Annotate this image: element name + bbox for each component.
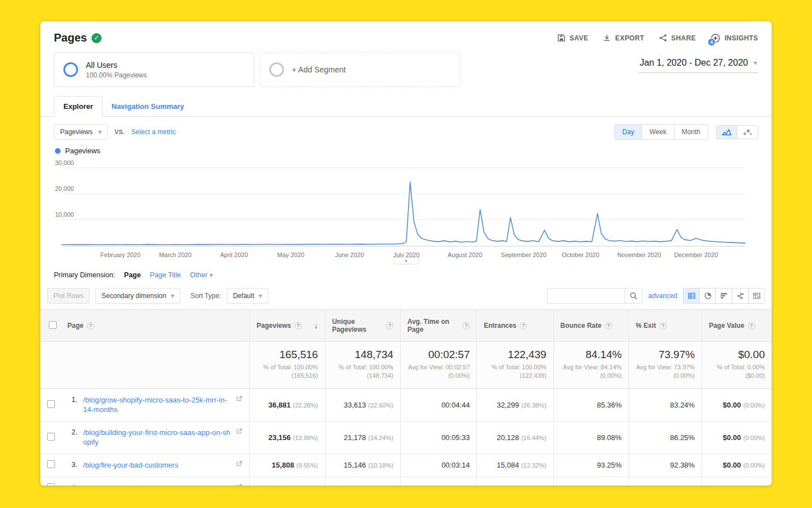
row-checkbox[interactable] bbox=[47, 460, 55, 468]
avg-time-cell: 00:03:14 bbox=[400, 454, 476, 477]
column-header-entrances[interactable]: Entrances? bbox=[477, 310, 553, 342]
row-index: 4. bbox=[67, 483, 77, 486]
table-summary-row: 165,516 % of Total: 100.00% (165,516) 14… bbox=[40, 342, 772, 389]
dimension-page-title[interactable]: Page Title bbox=[150, 271, 181, 279]
svg-text:10,000: 10,000 bbox=[55, 211, 74, 218]
column-header-exit[interactable]: % Exit? bbox=[629, 310, 701, 342]
metric-selector-dropdown[interactable]: Pageviews ▾ bbox=[54, 124, 108, 140]
chevron-down-icon: ▾ bbox=[171, 292, 174, 300]
dimension-page[interactable]: Page bbox=[124, 271, 141, 279]
table-search bbox=[547, 288, 643, 304]
row-index: 3. bbox=[67, 460, 77, 469]
add-segment-button[interactable]: + Add Segment bbox=[260, 52, 460, 87]
svg-text:November 2020: November 2020 bbox=[617, 251, 661, 258]
page-cell: 1. /blog/grow-shopify-micro-saas-to-25k-… bbox=[61, 388, 250, 421]
help-icon[interactable]: ? bbox=[659, 322, 667, 329]
page-link[interactable]: /blog/building-your-first-micro-saas-app… bbox=[83, 428, 231, 447]
save-icon bbox=[557, 34, 566, 42]
external-link-icon[interactable] bbox=[236, 428, 242, 434]
pages-table: Page? Pageviews?↓ Unique Pageviews? Avg.… bbox=[40, 309, 772, 486]
line-chart-view-button[interactable] bbox=[716, 125, 737, 139]
secondary-dimension-dropdown[interactable]: Secondary dimension ▾ bbox=[95, 288, 180, 304]
help-icon[interactable]: ? bbox=[748, 322, 755, 329]
bar-chart-icon bbox=[720, 292, 728, 300]
download-icon bbox=[603, 34, 611, 42]
help-icon[interactable]: ? bbox=[520, 322, 527, 329]
segment-all-users[interactable]: All Users 100.00% Pageviews bbox=[54, 52, 254, 87]
search-input[interactable] bbox=[547, 288, 625, 304]
table-row: 2. /blog/building-your-first-micro-saas-… bbox=[40, 421, 772, 454]
external-link-icon[interactable] bbox=[236, 396, 242, 402]
summary-exit: 73.97% Avg for View: 73.97% (0.00%) bbox=[629, 342, 701, 389]
motion-chart-view-button[interactable] bbox=[737, 125, 758, 139]
view-percentage-button[interactable] bbox=[699, 288, 716, 304]
granularity-day-button[interactable]: Day bbox=[614, 124, 642, 140]
page-link[interactable]: /blog/fire-your-bad-customers bbox=[83, 460, 231, 470]
row-checkbox[interactable] bbox=[47, 483, 55, 486]
granularity-month-button[interactable]: Month bbox=[674, 124, 708, 140]
select-all-checkbox[interactable] bbox=[49, 321, 57, 329]
table-view-toggles bbox=[683, 288, 765, 304]
comparison-view-icon bbox=[736, 292, 745, 300]
export-button[interactable]: EXPORT bbox=[603, 34, 644, 42]
select-metric-link[interactable]: Select a metric bbox=[131, 128, 176, 136]
external-link-icon[interactable] bbox=[236, 461, 242, 467]
help-icon[interactable]: ? bbox=[605, 322, 612, 329]
bounce-rate-cell: 85.36% bbox=[553, 388, 629, 421]
dimension-other[interactable]: Other ▾ bbox=[190, 271, 213, 279]
insights-button[interactable]: 4 INSIGHTS bbox=[710, 33, 758, 43]
date-range-text: Jan 1, 2020 - Dec 27, 2020 bbox=[640, 58, 748, 68]
view-performance-button[interactable] bbox=[715, 288, 732, 304]
external-link-icon[interactable] bbox=[236, 484, 242, 486]
column-header-page-value[interactable]: Page Value? bbox=[702, 310, 772, 342]
column-header-bounce-rate[interactable]: Bounce Rate? bbox=[553, 310, 629, 342]
row-checkbox[interactable] bbox=[47, 433, 55, 441]
pageviews-cell: 15,384(9.29%) bbox=[250, 477, 325, 486]
page-title: Pages bbox=[54, 31, 87, 44]
page-value-cell: $0.00(0.00%) bbox=[702, 421, 772, 454]
plot-rows-button[interactable]: Plot Rows bbox=[47, 288, 90, 304]
svg-text:September 2020: September 2020 bbox=[501, 251, 547, 258]
entrances-cell: 15,084(12.32%) bbox=[477, 454, 553, 477]
page-link[interactable]: /blog/grow-shopify-micro-saas-to-25k-mrr… bbox=[83, 395, 231, 415]
page-link[interactable]: /blog/why-you-should-write bbox=[83, 483, 231, 486]
chart-collapse-handle[interactable]: ▾ bbox=[393, 257, 419, 264]
unique-pageviews-cell: 14,463(9.72%) bbox=[325, 477, 400, 486]
avg-time-cell: 00:04:44 bbox=[400, 388, 476, 421]
help-icon[interactable]: ? bbox=[462, 322, 470, 329]
exit-cell: 86.25% bbox=[629, 421, 701, 454]
motion-chart-icon bbox=[742, 129, 753, 136]
summary-avg-time: 00:02:57 Avg for View: 00:02:57 (0.00%) bbox=[400, 342, 476, 389]
pageviews-cell: 36,881(22.28%) bbox=[250, 388, 325, 421]
bounce-rate-cell: 93.25% bbox=[553, 454, 629, 477]
view-pivot-button[interactable] bbox=[748, 288, 765, 304]
report-tabs: Explorer Navigation Summary bbox=[40, 87, 772, 117]
sort-desc-icon[interactable]: ↓ bbox=[314, 321, 318, 330]
view-comparison-button[interactable] bbox=[732, 288, 749, 304]
page-cell: 3. /blog/fire-your-bad-customers bbox=[61, 454, 250, 477]
granularity-week-button[interactable]: Week bbox=[641, 124, 674, 140]
tab-explorer[interactable]: Explorer bbox=[54, 96, 103, 117]
view-table-button[interactable] bbox=[683, 288, 700, 304]
line-chart-icon bbox=[722, 129, 732, 136]
help-icon[interactable]: ? bbox=[386, 322, 393, 329]
table-row: 1. /blog/grow-shopify-micro-saas-to-25k-… bbox=[40, 388, 772, 421]
help-icon[interactable]: ? bbox=[87, 322, 94, 329]
column-header-page[interactable]: Page? bbox=[61, 310, 250, 342]
share-button[interactable]: SHARE bbox=[659, 34, 696, 42]
tab-navigation-summary[interactable]: Navigation Summary bbox=[103, 97, 193, 116]
date-range-selector[interactable]: Jan 1, 2020 - Dec 27, 2020 ▾ bbox=[639, 57, 758, 73]
pageviews-cell: 15,808(9.55%) bbox=[250, 454, 325, 477]
search-button[interactable] bbox=[625, 288, 643, 304]
svg-text:30,000: 30,000 bbox=[55, 159, 74, 166]
page-cell: 4. /blog/why-you-should-write bbox=[61, 477, 250, 486]
sort-type-dropdown[interactable]: Default ▾ bbox=[227, 288, 268, 304]
row-checkbox[interactable] bbox=[47, 400, 55, 408]
save-button[interactable]: SAVE bbox=[557, 34, 588, 42]
column-header-pageviews[interactable]: Pageviews?↓ bbox=[250, 310, 325, 342]
column-header-avg-time[interactable]: Avg. Time on Page? bbox=[400, 310, 476, 342]
advanced-link[interactable]: advanced bbox=[648, 292, 677, 300]
bounce-rate-cell: 89.24% bbox=[553, 477, 629, 486]
column-header-unique-pageviews[interactable]: Unique Pageviews? bbox=[325, 310, 400, 342]
help-icon[interactable]: ? bbox=[295, 322, 302, 329]
